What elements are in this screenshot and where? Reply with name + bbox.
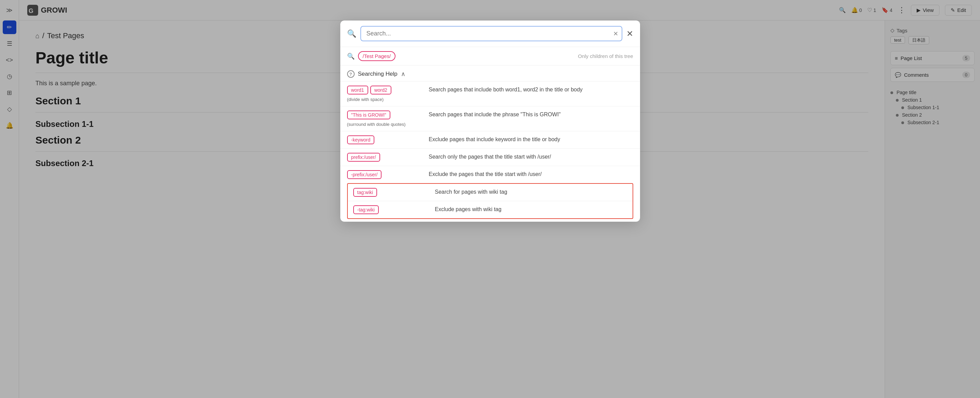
help-row-prefix: prefix:/user/ Search only the pages that…	[340, 149, 640, 166]
help-row-tags-2: "This is GROWI" (surround with double qu…	[347, 110, 422, 127]
search-icon: 🔍	[347, 29, 356, 38]
search-header: 🔍 ✕ ✕	[340, 21, 640, 47]
filter-search-icon: 🔍	[347, 53, 355, 60]
tags-inline-4: prefix:/user/	[347, 153, 422, 161]
search-clear-button[interactable]: ✕	[613, 30, 618, 38]
search-filter-left: 🔍 /Test Pages/	[347, 51, 396, 61]
help-desc-3: Exclude pages that include keyword in th…	[429, 135, 633, 144]
help-row-tags-6: tag:wiki	[353, 188, 428, 197]
tags-inline-3: -keyword	[347, 135, 422, 144]
filter-tag[interactable]: /Test Pages/	[358, 51, 396, 61]
help-note-1: (divide with space)	[347, 97, 422, 102]
help-chevron-icon[interactable]: ∧	[401, 70, 405, 78]
search-help-header: ? Searching Help ∧	[340, 66, 640, 81]
keyword-tag-prefix: prefix:/user/	[347, 153, 380, 161]
highlighted-rows-box: tag:wiki Search for pages with wiki tag …	[347, 183, 633, 219]
search-input-wrapper: ✕	[360, 26, 622, 41]
keyword-tag-phrase: "This is GROWI"	[347, 110, 390, 119]
tags-inline-6: tag:wiki	[353, 188, 428, 197]
help-row-exclude-keyword: -keyword Exclude pages that include keyw…	[340, 131, 640, 149]
help-row-minus-tag-wiki: -tag:wiki Exclude pages with wiki tag	[348, 201, 633, 218]
filter-hint: Only children of this tree	[578, 53, 633, 59]
help-desc-4: Search only the pages that the title sta…	[429, 153, 633, 161]
help-row-phrase: "This is GROWI" (surround with double qu…	[340, 106, 640, 131]
keyword-tag-wiki: tag:wiki	[353, 188, 377, 197]
help-note-2: (surround with double quotes)	[347, 122, 422, 127]
search-modal: 🔍 ✕ ✕ 🔍 /Test Pages/ Only children of th…	[340, 21, 640, 222]
keyword-tag-word2: word2	[370, 86, 391, 94]
help-row-exclude-prefix: -prefix:/user/ Exclude the pages that th…	[340, 166, 640, 183]
help-desc-6: Search for pages with wiki tag	[435, 188, 627, 196]
keyword-tag-minus-prefix: -prefix:/user/	[347, 170, 382, 179]
search-close-button[interactable]: ✕	[627, 29, 633, 38]
help-row-tags-5: -prefix:/user/	[347, 170, 422, 179]
help-title: Searching Help	[358, 70, 398, 77]
help-row-word1-word2: word1 word2 (divide with space) Search p…	[340, 81, 640, 106]
help-row-tags-4: prefix:/user/	[347, 153, 422, 161]
search-filter-row: 🔍 /Test Pages/ Only children of this tre…	[340, 47, 640, 66]
tags-inline-2: "This is GROWI"	[347, 110, 422, 119]
tags-inline-7: -tag:wiki	[353, 205, 428, 214]
keyword-tag-minus-wiki: -tag:wiki	[353, 205, 379, 214]
modal-overlay[interactable]: 🔍 ✕ ✕ 🔍 /Test Pages/ Only children of th…	[0, 0, 980, 398]
tags-inline-5: -prefix:/user/	[347, 170, 422, 179]
help-row-tag-wiki: tag:wiki Search for pages with wiki tag	[348, 184, 633, 201]
help-desc-1: Search pages that include both word1, wo…	[429, 86, 633, 94]
help-row-tags-3: -keyword	[347, 135, 422, 144]
help-desc-7: Exclude pages with wiki tag	[435, 205, 627, 214]
search-input[interactable]	[360, 26, 622, 41]
help-icon: ?	[347, 70, 355, 78]
help-row-tags-7: -tag:wiki	[353, 205, 428, 214]
help-desc-5: Exclude the pages that the title start w…	[429, 170, 633, 178]
help-row-tags-1: word1 word2 (divide with space)	[347, 86, 422, 102]
help-desc-2: Search pages that include the phrase "Th…	[429, 110, 633, 119]
keyword-tag-minus: -keyword	[347, 135, 375, 144]
keyword-tag-word1: word1	[347, 86, 368, 94]
tags-inline-1: word1 word2	[347, 86, 422, 94]
